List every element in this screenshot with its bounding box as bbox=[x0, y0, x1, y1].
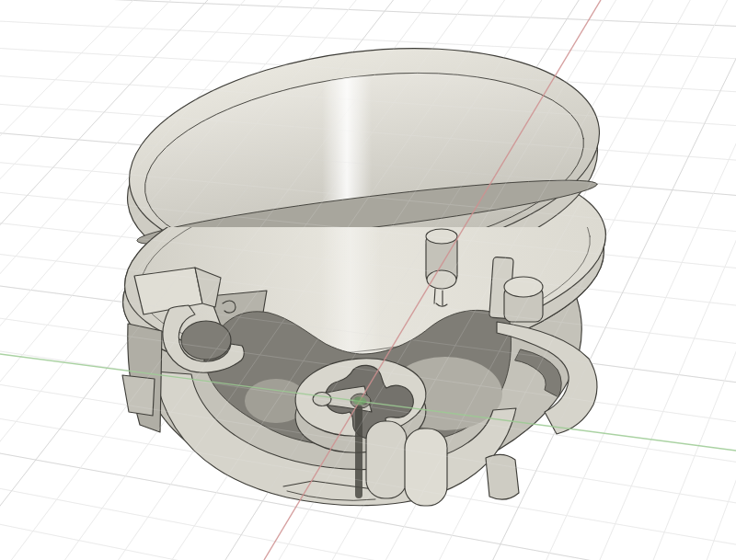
cad-viewport[interactable] bbox=[0, 0, 736, 560]
center-seam bbox=[355, 405, 362, 498]
left-block bbox=[122, 375, 155, 416]
origin-point bbox=[353, 397, 366, 406]
pulley-model[interactable] bbox=[112, 24, 617, 512]
right-foot[interactable] bbox=[486, 454, 519, 499]
left-hook-opening bbox=[181, 321, 231, 360]
scene-canvas[interactable] bbox=[0, 0, 736, 560]
